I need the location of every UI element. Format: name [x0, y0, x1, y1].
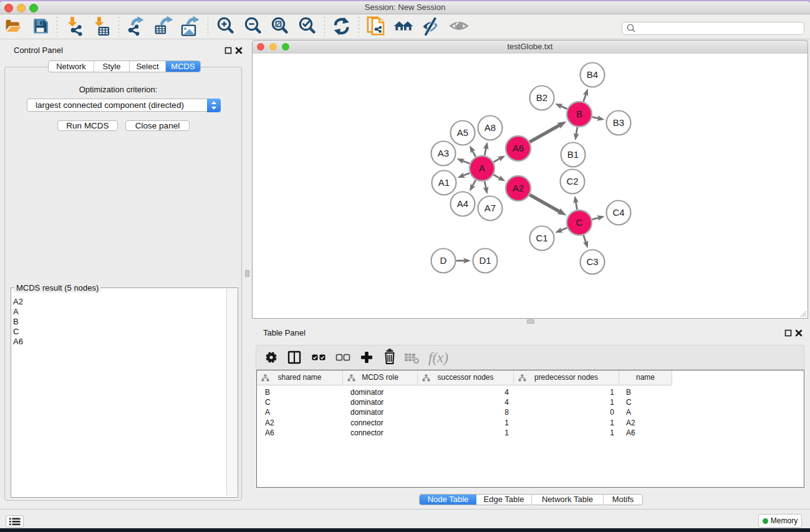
svg-text:C3: C3: [586, 256, 598, 267]
svg-text:C: C: [576, 217, 583, 228]
svg-text:C4: C4: [612, 207, 624, 218]
svg-text:B: B: [576, 109, 582, 119]
svg-text:D1: D1: [479, 255, 491, 266]
svg-text:D: D: [440, 255, 447, 266]
svg-text:f(x): f(x): [428, 350, 448, 365]
svg-text:B1: B1: [567, 149, 579, 160]
svg-text:A: A: [479, 163, 485, 173]
svg-text:A6: A6: [513, 143, 524, 153]
svg-text:C1: C1: [536, 233, 547, 243]
svg-text:A5: A5: [457, 127, 468, 138]
svg-text:B4: B4: [587, 69, 598, 80]
svg-text:A1: A1: [438, 177, 450, 188]
svg-text:C2: C2: [566, 176, 578, 186]
svg-text:A2: A2: [513, 183, 524, 193]
svg-text:A4: A4: [457, 198, 468, 209]
svg-text:B2: B2: [536, 92, 547, 103]
svg-text:B3: B3: [613, 117, 624, 128]
svg-text:A8: A8: [485, 122, 496, 133]
svg-text:A3: A3: [438, 148, 449, 158]
svg-text:A7: A7: [485, 203, 496, 213]
